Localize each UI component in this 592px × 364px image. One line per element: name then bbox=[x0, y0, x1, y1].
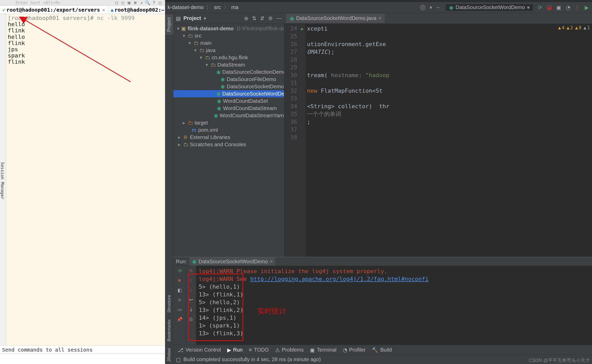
close-icon[interactable]: × bbox=[270, 259, 273, 265]
project-tree[interactable]: ▾▣ flink-dataset-demo D:\Flink\input\fli… bbox=[173, 24, 284, 149]
project-tool-tab[interactable]: Project bbox=[165, 14, 173, 35]
send-all-input[interactable] bbox=[0, 354, 165, 364]
tree-row[interactable]: ◉DataSourceSocketWordDemo bbox=[173, 90, 284, 97]
tree-label: main bbox=[200, 40, 211, 46]
toolbar-icon[interactable]: ? bbox=[152, 1, 156, 5]
run-label: Run: bbox=[176, 259, 187, 265]
tree-row[interactable]: ▸⊪External Libraries bbox=[173, 134, 284, 141]
jrebel-tool-tab[interactable]: JRebel bbox=[166, 346, 172, 364]
terminal-tab[interactable]: ▲ root@hadoop002:~ bbox=[108, 6, 167, 14]
tree-row[interactable]: ▾🗀cn.edu.hgu.flink bbox=[173, 54, 284, 61]
close-icon[interactable]: × bbox=[102, 7, 105, 13]
tree-row[interactable]: ▸🗀target bbox=[173, 119, 284, 126]
bookmarks-tool-tab[interactable]: Bookmarks bbox=[166, 317, 172, 344]
tree-label: cn.edu.hgu.flink bbox=[212, 55, 248, 61]
print-icon[interactable]: ⎙ bbox=[190, 317, 192, 322]
more-icon[interactable]: ⋮ bbox=[574, 5, 580, 10]
stop-icon[interactable]: ■ bbox=[178, 278, 181, 283]
terminal-toolbar: Enter host <Alt+R> ▢ ▢ ▤ ⊞ ↗ 🔍 ? ▢ bbox=[0, 0, 165, 6]
scroll-icon[interactable]: ⤓ bbox=[189, 307, 193, 312]
exit-icon[interactable]: ⎋ bbox=[178, 297, 181, 303]
toolbar-icon[interactable]: ↗ bbox=[139, 1, 144, 5]
edit-icon[interactable]: ✎ bbox=[189, 268, 193, 274]
terminal-panel: Enter host <Alt+R> ▢ ▢ ▤ ⊞ ↗ 🔍 ? ▢ ✔ roo… bbox=[0, 0, 165, 364]
editor-area: ◉ DataSourceSocketWordDemo.java × 242526… bbox=[284, 13, 592, 257]
toolbar-icon[interactable]: ▢ bbox=[114, 1, 119, 5]
close-icon[interactable]: × bbox=[379, 15, 382, 21]
run-icon[interactable]: ⟳ bbox=[537, 5, 543, 10]
tree-row[interactable]: ▾🗀src bbox=[173, 32, 284, 39]
tree-label: External Libraries bbox=[190, 134, 230, 140]
toolbar-icon[interactable]: ▢ bbox=[158, 1, 162, 5]
c-green-icon: ◉ bbox=[216, 91, 221, 97]
annotation-label: 实时统计 bbox=[257, 307, 286, 315]
collapse-icon[interactable]: ⇵ bbox=[260, 15, 265, 21]
weak-badge[interactable]: ▲8 bbox=[575, 25, 582, 30]
terminal-toolbar-icons: ▢ ▢ ▤ ⊞ ↗ 🔍 ? ▢ bbox=[114, 1, 165, 5]
tree-row[interactable]: ◉DataSourceCollectionDemo bbox=[173, 68, 284, 76]
info-badge[interactable]: ▲1 bbox=[583, 25, 590, 30]
run-output[interactable]: log4j:WARN Please initialize the log4j s… bbox=[196, 266, 592, 362]
tree-row[interactable]: ◉DataSourceFileDemo bbox=[173, 76, 284, 83]
coverage-icon[interactable]: ▣ bbox=[556, 5, 561, 10]
session-manager-strip[interactable]: Session Manager bbox=[0, 14, 6, 345]
tree-row[interactable]: ◉WordCountDataStream bbox=[173, 105, 284, 112]
run-tab[interactable]: ◉ DataSourceSocketWordDemo × bbox=[189, 257, 275, 266]
play-icon[interactable]: ▶ bbox=[584, 5, 589, 10]
profile-icon[interactable]: ◔ bbox=[565, 5, 571, 10]
tree-row[interactable]: ▾🗀DataStream bbox=[173, 61, 284, 68]
tree-label: WordCountDataStream bbox=[223, 105, 277, 111]
tree-row[interactable]: ▾▣ flink-dataset-demo D:\Flink\input\fli… bbox=[173, 25, 284, 32]
toolbar-icon[interactable]: ▤ bbox=[127, 1, 131, 5]
down-icon[interactable]: ↓ bbox=[190, 287, 192, 293]
warn-badge[interactable]: ▲2 bbox=[567, 25, 573, 30]
toolbar-icon[interactable]: ⊞ bbox=[133, 1, 138, 5]
breadcrumb[interactable]: k-dataset-demo bbox=[168, 4, 204, 10]
tree-row[interactable]: ▸🗀Scratches and Consoles bbox=[173, 141, 284, 148]
folder-icon: 🗀 bbox=[199, 47, 204, 53]
up-icon[interactable]: ↑ bbox=[190, 278, 192, 283]
locate-icon[interactable]: ⊕ bbox=[244, 15, 248, 21]
tree-row[interactable]: ▾🗀java bbox=[173, 47, 284, 54]
camera-icon[interactable]: ◧ bbox=[177, 287, 182, 293]
c-green-icon: ◉ bbox=[220, 83, 225, 90]
typo-badge[interactable]: ▲4 bbox=[558, 25, 565, 30]
project-icon: ▤ bbox=[176, 15, 181, 21]
layout-icon[interactable]: ▭ bbox=[177, 307, 182, 312]
send-all-label: Send commands to all sessions bbox=[0, 345, 165, 354]
settings-icon[interactable]: ⚙ bbox=[268, 15, 273, 21]
inspection-badges[interactable]: ▲4 ▲2 ▲8 ▲1 bbox=[558, 25, 590, 30]
rerun-icon[interactable]: ⟲ bbox=[178, 268, 182, 274]
nav-back-icon[interactable]: ← bbox=[436, 4, 441, 11]
hide-icon[interactable]: — bbox=[276, 15, 282, 21]
wrap-icon[interactable]: ↩ bbox=[189, 297, 193, 303]
expand-icon[interactable]: ⇅ bbox=[252, 15, 256, 21]
editor-tab[interactable]: ◉ DataSourceSocketWordDemo.java × bbox=[286, 14, 385, 23]
terminal-output[interactable]: [root@hadoop001 servers]# nc -lk 9999 he… bbox=[6, 14, 165, 345]
tree-label: WordCountDataStreamYarn bbox=[220, 113, 284, 119]
project-header: ▤ Project ▾ ⊕ ⇅ ⇵ ⚙ — bbox=[173, 13, 284, 24]
tree-row[interactable]: ◉DataSourceSocketDemo bbox=[173, 83, 284, 90]
avatar-icon[interactable] bbox=[420, 4, 426, 11]
tree-row[interactable]: ◉WordCountDataStreamYarn bbox=[173, 112, 284, 119]
folder-icon: 🗀 bbox=[211, 62, 216, 68]
breadcrumb-bar: k-dataset-demo 〉 src 〉 ma ▾ ← ◉ DataSour… bbox=[165, 2, 592, 13]
debug-icon[interactable]: 🐞 bbox=[546, 5, 552, 10]
code-editor[interactable]: 242526272829303132333435363738 ▶ xcepti … bbox=[284, 24, 592, 257]
breadcrumb[interactable]: src bbox=[214, 4, 221, 10]
toolbar-icon[interactable]: 🔍 bbox=[145, 1, 150, 5]
folder-icon: 🗀 bbox=[188, 33, 193, 39]
tree-row[interactable]: ◉WordCountDataSet bbox=[173, 97, 284, 105]
run-config-selector[interactable]: ◉ DataSourceSocketWordDemo ▾ bbox=[445, 4, 533, 11]
terminal-tab[interactable]: ✔ root@hadoop001:/export/servers × bbox=[0, 6, 108, 14]
tree-row[interactable]: mpom.xml bbox=[173, 126, 284, 134]
host-hint: Enter host <Alt+R> bbox=[16, 0, 60, 5]
structure-tool-tab[interactable]: Structure bbox=[166, 293, 172, 315]
breadcrumb[interactable]: ma bbox=[231, 4, 239, 10]
toolbar-icon[interactable]: ▢ bbox=[120, 1, 125, 5]
terminal-tabs: ✔ root@hadoop001:/export/servers × ▲ roo… bbox=[0, 6, 165, 14]
run-header: Run: ◉ DataSourceSocketWordDemo × bbox=[173, 257, 592, 266]
tab-label: root@hadoop002:~ bbox=[115, 7, 165, 13]
pin-icon[interactable]: 📌 bbox=[177, 317, 182, 322]
tree-row[interactable]: ▾🗀main bbox=[173, 39, 284, 47]
